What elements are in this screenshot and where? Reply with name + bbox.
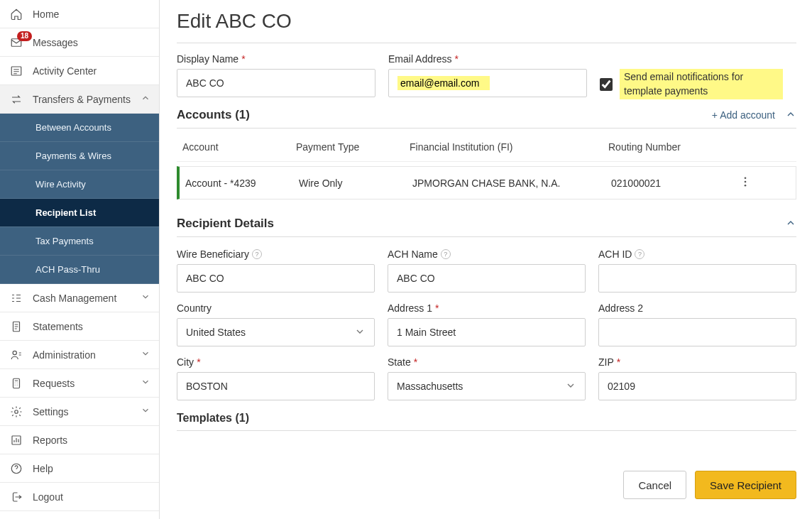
nav-cash-management-label: Cash Management (33, 293, 116, 304)
chevron-down-icon (141, 405, 150, 417)
nav-activity-center-label: Activity Center (33, 65, 97, 77)
cell-routing: 021000021 (611, 177, 739, 189)
email-field: Email Address * (388, 53, 587, 99)
chevron-down-icon (565, 380, 576, 393)
email-notify-field: Send email notifications for template pa… (600, 69, 783, 99)
save-recipient-button[interactable]: Save Recipient (695, 471, 796, 499)
country-select[interactable]: United States (177, 318, 375, 346)
nav-statements[interactable]: Statements (0, 312, 159, 341)
help-icon[interactable]: ? (252, 249, 262, 259)
accounts-section-head: Accounts (1) + Add account (177, 108, 796, 129)
calculator-icon (9, 377, 24, 390)
nav-administration-label: Administration (33, 349, 96, 361)
address1-field: Address 1 * (388, 302, 586, 346)
email-notify-checkbox[interactable] (600, 78, 613, 91)
email-input-wrap[interactable] (388, 69, 587, 97)
nav-help-label: Help (33, 463, 53, 474)
nav-cash-management[interactable]: Cash Management (0, 284, 159, 312)
details-section-head: Recipient Details (177, 217, 796, 237)
cash-icon (9, 292, 24, 305)
more-icon[interactable] (739, 175, 767, 190)
sidebar: Home 18 Messages Activity Center Transfe… (0, 0, 160, 519)
nav-transfers-payments[interactable]: Transfers & Payments (0, 85, 159, 114)
nav-administration[interactable]: Administration (0, 341, 159, 369)
col-fi: Financial Institution (FI) (410, 141, 608, 153)
email-notify-label: Send email notifications for template pa… (620, 69, 783, 99)
col-routing: Routing Number (608, 141, 736, 153)
nav-settings-label: Settings (33, 406, 69, 417)
nav-reports[interactable]: Reports (0, 426, 159, 454)
nav-requests[interactable]: Requests (0, 369, 159, 398)
chevron-up-icon[interactable] (785, 109, 796, 122)
chevron-down-icon (141, 292, 150, 304)
gear-icon (9, 405, 24, 418)
divider (177, 43, 796, 43)
address1-input[interactable] (388, 318, 586, 346)
city-input[interactable] (177, 372, 375, 400)
email-input[interactable] (397, 76, 490, 90)
home-icon (9, 8, 24, 21)
wire-beneficiary-input[interactable] (177, 264, 375, 293)
ach-name-input[interactable] (388, 264, 586, 293)
sub-ach-pass-thru[interactable]: ACH Pass-Thru (0, 256, 159, 284)
svg-point-9 (745, 181, 747, 183)
svg-rect-4 (13, 378, 20, 388)
nav-help[interactable]: Help (0, 454, 159, 483)
svg-point-10 (745, 185, 747, 187)
templates-section-head: Templates (1) (177, 405, 796, 431)
ach-id-field: ACH ID ? (598, 248, 796, 293)
add-account-link[interactable]: + Add account (712, 109, 775, 121)
messages-badge: 18 (17, 31, 32, 41)
details-heading: Recipient Details (177, 217, 274, 231)
nav-activity-center[interactable]: Activity Center (0, 57, 159, 85)
display-name-field: Display Name * (177, 53, 375, 99)
nav-messages-label: Messages (33, 37, 78, 48)
state-select[interactable]: Massachusetts (388, 372, 586, 400)
sub-recipient-list[interactable]: Recipient List (0, 199, 159, 227)
nav-transfers-submenu: Between Accounts Payments & Wires Wire A… (0, 114, 159, 284)
chevron-down-icon (141, 349, 150, 361)
cell-fi: JPMORGAN CHASE BANK, N.A. (412, 177, 611, 189)
address2-input[interactable] (598, 318, 796, 346)
sub-between-accounts[interactable]: Between Accounts (0, 114, 159, 142)
footer: Cancel Save Recipient (177, 457, 796, 519)
nav-home[interactable]: Home (0, 0, 159, 28)
activity-icon (9, 65, 24, 77)
nav-transfers-payments-label: Transfers & Payments (33, 94, 131, 105)
accounts-heading: Accounts (1) (177, 108, 250, 122)
chevron-down-icon (141, 377, 150, 389)
cell-payment-type: Wire Only (299, 177, 412, 189)
sub-payments-wires[interactable]: Payments & Wires (0, 142, 159, 170)
help-icon[interactable]: ? (635, 249, 644, 259)
account-row[interactable]: Account - *4239 Wire Only JPMORGAN CHASE… (177, 166, 796, 200)
nav-reports-label: Reports (33, 435, 67, 446)
nav-logout[interactable]: Logout (0, 483, 159, 511)
cell-account: Account - *4239 (185, 177, 299, 189)
nav-settings[interactable]: Settings (0, 398, 159, 426)
logout-icon (9, 491, 24, 503)
chevron-up-icon[interactable] (785, 217, 796, 231)
svg-point-3 (13, 351, 16, 354)
svg-point-5 (15, 410, 18, 413)
sub-wire-activity[interactable]: Wire Activity (0, 170, 159, 199)
cancel-button[interactable]: Cancel (623, 471, 686, 499)
col-payment-type: Payment Type (296, 141, 410, 153)
nav-messages[interactable]: 18 Messages (0, 28, 159, 57)
sub-tax-payments[interactable]: Tax Payments (0, 227, 159, 256)
col-account: Account (182, 141, 296, 153)
svg-point-8 (745, 177, 747, 180)
display-name-label: Display Name * (177, 53, 375, 65)
help-icon[interactable]: ? (441, 249, 451, 259)
country-field: Country United States (177, 302, 375, 346)
wire-beneficiary-field: Wire Beneficiary ? (177, 248, 375, 293)
ach-id-input[interactable] (598, 264, 796, 293)
zip-input[interactable] (598, 372, 796, 400)
chart-icon (9, 434, 24, 447)
top-row: Display Name * Email Address * Send emai… (177, 53, 796, 99)
display-name-input[interactable] (177, 69, 375, 97)
details-grid: Wire Beneficiary ? ACH Name ? ACH ID ? C… (177, 248, 796, 400)
help-icon (9, 462, 24, 475)
address2-field: Address 2 (598, 302, 796, 346)
document-icon (9, 320, 24, 333)
templates-heading: Templates (1) (177, 412, 249, 425)
